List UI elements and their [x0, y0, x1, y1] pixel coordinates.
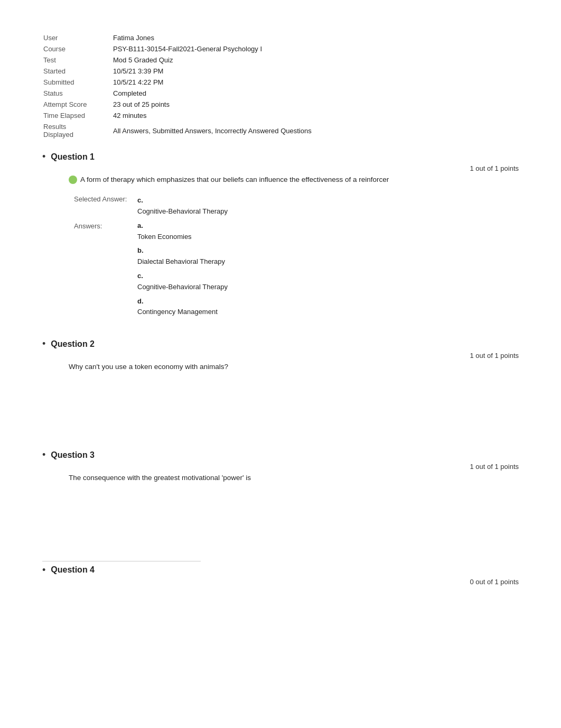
answer-option: c.Cognitive-Behavioral Therapy	[137, 271, 524, 293]
question-header: • Question 1	[42, 151, 519, 162]
question-title: Question 2	[51, 339, 95, 349]
course-label: Course	[43, 44, 112, 54]
answer-option: b.Dialectal Behavioral Therapy	[137, 245, 524, 268]
question-body: 1 out of 1 points The consequence with t…	[69, 463, 519, 545]
submitted-value: 10/5/21 4:22 PM	[113, 77, 518, 87]
info-table: User Fatima Jones Course PSY-B111-30154-…	[42, 32, 519, 141]
test-value: Mod 5 Graded Quiz	[113, 55, 518, 65]
course-value: PSY-B111-30154-Fall2021-General Psycholo…	[113, 44, 518, 54]
question-header: • Question 2	[42, 338, 519, 349]
user-label: User	[43, 33, 112, 43]
score-display: 0 out of 1 points	[69, 578, 519, 586]
question-1: • Question 1 1 out of 1 points A form of…	[42, 151, 519, 322]
selected-answer-label: Selected Answer:	[74, 193, 137, 219]
question-body: 0 out of 1 points	[69, 578, 519, 586]
answers-list: a.Token Economiesb.Dialectal Behavioral …	[137, 219, 524, 322]
bullet-icon: •	[42, 449, 45, 460]
submitted-label: Submitted	[43, 77, 112, 87]
question-text: The consequence with the greatest motiva…	[69, 473, 519, 483]
answer-table: Selected Answer: c.Cognitive-Behavioral …	[74, 193, 524, 322]
question-4: • Question 4 0 out of 1 points	[42, 561, 519, 586]
status-value: Completed	[113, 88, 518, 98]
question-header: • Question 3	[42, 449, 519, 460]
question-header: • Question 4	[42, 565, 519, 576]
score-display: 1 out of 1 points	[69, 463, 519, 471]
score-display: 1 out of 1 points	[69, 352, 519, 360]
bullet-icon: •	[42, 338, 45, 349]
question-2: • Question 2 1 out of 1 points Why can't…	[42, 338, 519, 434]
questions-container: • Question 1 1 out of 1 points A form of…	[42, 151, 519, 586]
correct-indicator	[69, 176, 77, 184]
status-label: Status	[43, 88, 112, 98]
started-value: 10/5/21 3:39 PM	[113, 66, 518, 76]
answer-option: d.Contingency Management	[137, 296, 524, 318]
bullet-icon: •	[42, 151, 45, 162]
question-title: Question 1	[51, 152, 95, 162]
question-body: 1 out of 1 points A form of therapy whic…	[69, 164, 519, 322]
results-label: Results Displayed	[43, 122, 112, 140]
results-value: All Answers, Submitted Answers, Incorrec…	[113, 122, 518, 140]
selected-answer-value: c.Cognitive-Behavioral Therapy	[137, 193, 524, 219]
question-3: • Question 3 1 out of 1 points The conse…	[42, 449, 519, 545]
test-label: Test	[43, 55, 112, 65]
started-label: Started	[43, 66, 112, 76]
score-display: 1 out of 1 points	[69, 164, 519, 172]
answers-label: Answers:	[74, 219, 137, 322]
answer-option: a.Token Economies	[137, 220, 524, 243]
question-text: A form of therapy which emphasizes that …	[69, 174, 519, 185]
attempt-score-label: Attempt Score	[43, 99, 112, 109]
bullet-icon: •	[42, 565, 45, 576]
question-text: Why can't you use a token economy with a…	[69, 362, 519, 372]
time-elapsed-label: Time Elapsed	[43, 110, 112, 121]
time-elapsed-value: 42 minutes	[113, 110, 518, 121]
user-value: Fatima Jones	[113, 33, 518, 43]
question-title: Question 4	[51, 565, 95, 575]
attempt-score-value: 23 out of 25 points	[113, 99, 518, 109]
question-title: Question 3	[51, 450, 95, 460]
question-body: 1 out of 1 points Why can't you use a to…	[69, 352, 519, 434]
